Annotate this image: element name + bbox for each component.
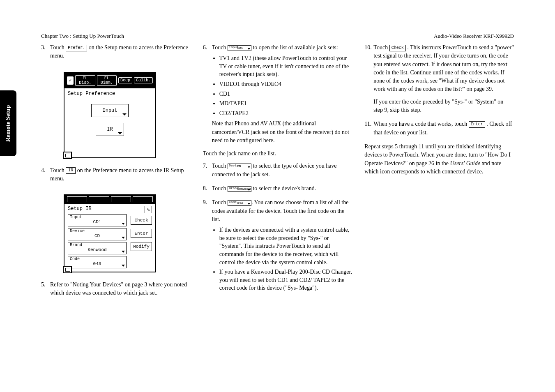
code-notes: If the devices are connected with a syst… (212, 226, 352, 292)
text: Refer to "Noting Your Devices" on page 3… (50, 281, 191, 297)
note-text: Note that Phono and AV AUX (the addition… (212, 120, 352, 145)
check-button: Check (131, 216, 152, 225)
list-item: MD/TAPE1 (219, 99, 352, 108)
enter-button: Enter (131, 229, 152, 238)
step-number: 7. (203, 162, 212, 179)
prefer-icon: Prefer. (66, 45, 87, 51)
page-header: Chapter Two : Setting Up PowerTouch Audi… (29, 33, 514, 39)
brand-field-icon: BrandKenwood (228, 186, 251, 192)
top-slot (89, 196, 109, 202)
list-item: CD2/TAPE2 (219, 109, 352, 118)
jack-list: TV1 and TV2 (these allow PowerTouch to c… (212, 54, 352, 117)
check-icon: ✓ (67, 76, 74, 85)
list-item: VIDEO1 through VIDEO4 (219, 80, 352, 88)
instruction-text: Touch the jack name on the list. (203, 150, 352, 157)
enter-button-icon: Enter (469, 121, 485, 128)
tv-icon (63, 152, 72, 159)
header-left: Chapter Two : Setting Up PowerTouch (41, 33, 124, 39)
setup-preference-screen: ✓ FL Disp. FL Dimm. Beep Calib. Setup Pr… (64, 72, 156, 158)
step-number: 3. (41, 44, 50, 60)
text: Touch (212, 185, 228, 191)
step-number: 9. (203, 198, 212, 295)
top-slot (67, 196, 87, 202)
input-field-icon: InputCD1 (228, 45, 251, 51)
note-text: If you enter the code preceded by "Sys-"… (373, 98, 514, 115)
text: Touch (50, 167, 66, 173)
emphasis: Users' Guide (450, 160, 480, 166)
step-number: 11. (364, 120, 373, 137)
input-field: Input CD1 (68, 214, 127, 226)
field-label: Brand (70, 243, 82, 247)
text: to select the device's brand. (251, 185, 316, 191)
header-right: Audio-Video Receiver KRF-X9992D (434, 33, 514, 39)
check-button-icon: Check (389, 45, 406, 51)
field-value: CD1 (70, 219, 124, 224)
field-label: Input (70, 215, 82, 219)
step-4: 4. Touch IR on the Preference menu to ac… (41, 166, 191, 183)
input-button: Input (91, 104, 128, 117)
field-label: Device (70, 229, 85, 233)
brand-field: Brand Kenwood (68, 242, 127, 254)
step-number: 8. (203, 184, 212, 193)
step-9: 9. Touch Code043. You can now choose fro… (203, 198, 352, 295)
list-item: TV1 and TV2 (these allow PowerTouch to c… (219, 54, 352, 78)
side-tab-label: Remote Setup (5, 105, 12, 142)
code-field-icon: Code043 (228, 200, 251, 206)
step-11: 11. When you have a code that works, tou… (364, 120, 514, 137)
step-8: 8. Touch BrandKenwood to select the devi… (203, 184, 352, 193)
modify-button: Modify (131, 242, 152, 251)
column-3: 10. Touch Check . This instructs PowerTo… (364, 44, 514, 303)
text: Touch (50, 44, 66, 51)
step-number: 4. (41, 166, 50, 183)
list-item: If you have a Kenwood Dual-Play 200-Disc… (219, 268, 352, 292)
text: Touch (373, 44, 389, 51)
side-tab: Remote Setup (0, 90, 16, 156)
step-7: 7. Touch DeviceCD to select the type of … (203, 162, 352, 179)
step-5: 5. Refer to "Noting Your Devices" on pag… (41, 281, 191, 297)
column-1: 3. Touch Prefer. on the Setup menu to ac… (41, 44, 191, 303)
tab-calib: Calib. (134, 77, 153, 83)
edit-icon: ✎ (145, 206, 152, 213)
ir-icon: IR (66, 167, 76, 174)
step-3: 3. Touch Prefer. on the Setup menu to ac… (41, 44, 191, 60)
field-label: Code (70, 257, 80, 261)
list-item: CD1 (219, 90, 352, 98)
text: Touch (212, 163, 228, 169)
ir-button: IR (96, 123, 124, 136)
step-6: 6. Touch InputCD1 to open the list of av… (203, 44, 352, 145)
list-item: If the devices are connected with a syst… (219, 226, 352, 266)
field-value: 043 (70, 261, 124, 266)
top-slot (111, 196, 131, 202)
step-number: 5. (41, 281, 50, 297)
text: Touch (212, 199, 228, 205)
text: . This instructs PowerTouch to send a "p… (373, 44, 514, 92)
tab-fl-dimm: FL Dimm. (97, 75, 117, 86)
text: Touch (212, 44, 228, 51)
text: When you have a code that works, touch (373, 121, 468, 127)
top-slot (133, 196, 153, 202)
text: to open the list of available jack sets: (251, 44, 338, 51)
screen-title: Setup IR (68, 206, 92, 212)
code-field: Code 043 (68, 256, 127, 268)
step-10: 10. Touch Check . This instructs PowerTo… (364, 44, 514, 114)
repeat-instruction: Repeat steps 5 through 11 until you are … (364, 143, 514, 176)
step-number: 10. (364, 44, 373, 114)
column-2: 6. Touch InputCD1 to open the list of av… (203, 44, 352, 303)
screen-title: Setup Preference (64, 88, 155, 99)
field-value: CD (70, 233, 124, 238)
setup-ir-screen: Setup IR ✎ Input CD1 Device CD (64, 194, 156, 272)
tv-icon (63, 266, 72, 273)
tab-fl-disp: FL Disp. (75, 75, 95, 86)
tab-beep: Beep (118, 77, 132, 83)
device-field-icon: DeviceCD (228, 164, 251, 169)
field-value: Kenwood (70, 247, 124, 252)
step-number: 6. (203, 44, 212, 145)
device-field: Device CD (68, 228, 127, 240)
